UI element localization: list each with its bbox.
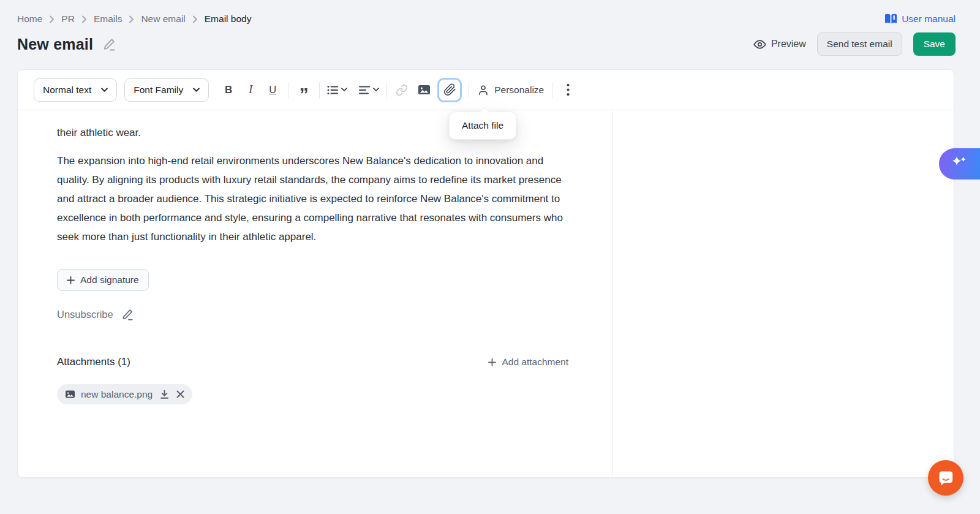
download-icon [160,390,169,399]
add-signature-button[interactable]: Add signature [57,269,149,291]
kebab-menu-icon [567,83,570,96]
toolbar-divider [288,82,288,98]
close-icon [176,390,184,398]
toolbar-divider [552,82,552,98]
add-signature-label: Add signature [80,274,139,285]
link-button[interactable] [391,79,413,101]
pencil-icon [102,37,117,52]
italic-button[interactable]: I [239,79,262,101]
underline-button[interactable]: U [262,79,284,101]
chat-widget-button[interactable] [928,460,963,496]
attachments-header: Attachments (1) Add attachment [57,356,568,368]
toolbar-divider [319,82,320,98]
add-attachment-button[interactable]: Add attachment [488,357,568,368]
align-menu-button[interactable] [356,80,382,100]
attachments-title: Attachments (1) [57,356,130,368]
save-button[interactable]: Save [913,32,956,56]
settings-panel [613,110,954,477]
open-book-icon [884,13,897,25]
ai-assistant-button[interactable] [939,148,980,180]
chevron-down-icon [341,88,347,92]
underline-icon: U [269,84,276,96]
chevron-right-icon [49,15,55,23]
text-style-value: Normal text [43,85,91,96]
unsubscribe-control[interactable]: Unsubscribe [57,308,135,322]
personalize-label: Personalize [494,85,544,96]
more-options-button[interactable] [557,79,579,101]
eye-icon [753,38,766,51]
text-style-select[interactable]: Normal text [34,78,117,102]
download-attachment-button[interactable] [160,390,169,399]
tooltip-text: Attach file [462,120,503,130]
remove-attachment-button[interactable] [176,390,184,398]
bold-icon: B [225,84,232,96]
font-family-select[interactable]: Font Family [124,78,209,102]
editor-area: their athletic wear. The expansion into … [18,110,954,477]
image-icon [65,390,75,399]
insert-image-button[interactable] [413,79,435,101]
attach-file-button[interactable] [437,78,462,102]
user-icon [477,84,489,96]
email-body-editor[interactable]: their athletic wear. The expansion into … [18,110,613,477]
font-family-value: Font Family [134,85,183,96]
title-row: New email Preview Send test email Save [17,31,956,58]
breadcrumb-item-emails[interactable]: Emails [94,13,123,25]
blockquote-icon: ” [300,91,309,97]
header-actions: Preview Send test email Save [753,32,956,56]
bullet-list-icon [326,84,339,96]
list-menu-button[interactable] [324,80,350,100]
blockquote-button[interactable]: ” [293,79,315,101]
body-paragraph: The expansion into high-end retail envir… [57,151,568,246]
page-title: New email [17,36,93,53]
chevron-right-icon [81,15,87,23]
chevron-right-icon [192,15,198,23]
attachment-filename: new balance.png [81,389,153,400]
chevron-down-icon [193,88,200,93]
paperclip-icon [443,83,456,96]
plus-icon [67,276,75,284]
breadcrumb-item-email-body: Email body [205,13,252,25]
attachment-item: new balance.png [57,384,192,404]
unsubscribe-label: Unsubscribe [57,309,113,320]
toolbar-divider [469,82,469,98]
chevron-down-icon [373,88,379,92]
align-icon [358,84,371,96]
toolbar-divider [386,82,386,98]
format-group: B I U ” [217,78,579,102]
attach-file-tooltip: Attach file [449,111,516,140]
add-attachment-label: Add attachment [502,357,568,368]
ai-sparkles-icon [951,155,969,173]
user-manual-label: User manual [902,13,956,25]
preview-button[interactable]: Preview [753,38,806,51]
plus-icon [488,358,496,366]
pencil-icon [121,308,135,322]
breadcrumb: Home PR Emails New email Email body User… [17,11,956,27]
edit-title-button[interactable] [102,37,117,52]
link-icon [396,84,408,96]
preview-label: Preview [771,39,806,50]
breadcrumb-item-new-email[interactable]: New email [141,13,185,25]
image-icon [418,84,431,96]
chevron-right-icon [129,15,134,23]
breadcrumb-item-pr[interactable]: PR [61,13,75,25]
breadcrumb-item-home[interactable]: Home [17,13,42,25]
chevron-down-icon [101,88,108,93]
chat-bubble-icon [936,468,956,488]
italic-icon: I [249,83,252,96]
send-test-email-button[interactable]: Send test email [817,32,902,56]
personalize-button[interactable]: Personalize [473,84,548,96]
user-manual-link[interactable]: User manual [884,13,956,25]
editor-toolbar: Normal text Font Family B I U ” [18,70,954,110]
bold-button[interactable]: B [217,79,239,101]
